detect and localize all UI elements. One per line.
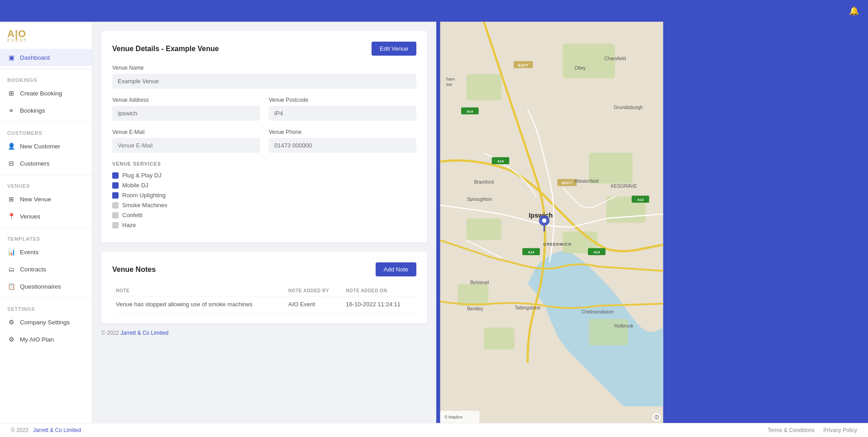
venue-details-title: Venue Details - Example Venue bbox=[112, 45, 219, 53]
service-name: Haze bbox=[122, 222, 136, 228]
svg-text:Belstead: Belstead bbox=[470, 280, 489, 285]
venue-name-input[interactable] bbox=[112, 74, 416, 89]
service-checkbox[interactable] bbox=[112, 192, 119, 199]
divider-venues bbox=[0, 175, 92, 175]
service-item: Haze bbox=[112, 222, 416, 228]
my-aio-plan-icon: ⚙ bbox=[7, 335, 15, 343]
section-label-customers: CUSTOMERS bbox=[0, 125, 92, 138]
questionnaires-icon: 📋 bbox=[7, 282, 15, 290]
footer-company[interactable]: Jarrett & Co Limited bbox=[120, 330, 168, 336]
venue-notes-title: Venue Notes bbox=[112, 266, 156, 274]
venue-address-group: Venue Address bbox=[112, 97, 260, 121]
svg-text:Westerfield: Westerfield bbox=[575, 178, 599, 184]
svg-text:ⓘ: ⓘ bbox=[654, 415, 659, 420]
service-name: Plug & Play DJ bbox=[122, 172, 162, 179]
edit-venue-button[interactable]: Edit Venue bbox=[372, 42, 416, 56]
venue-phone-group: Venue Phone bbox=[269, 129, 416, 153]
content-main: Venue Details - Example Venue Edit Venue… bbox=[92, 22, 436, 423]
table-row: Venue has stopped allowing use of smoke … bbox=[112, 296, 416, 313]
venue-email-input[interactable] bbox=[112, 138, 260, 153]
note-cell-added_on: 16-10-2022 11:24:11 bbox=[342, 296, 416, 313]
service-checkbox[interactable] bbox=[112, 212, 119, 218]
content-area: Venue Details - Example Venue Edit Venue… bbox=[92, 22, 868, 423]
sidebar-item-company-settings[interactable]: ⚙ Company Settings bbox=[0, 314, 92, 331]
venue-address-label: Venue Address bbox=[112, 97, 260, 103]
contracts-icon: 🗂 bbox=[7, 265, 15, 273]
svg-text:Bentley: Bentley bbox=[467, 306, 483, 311]
col-added-on: NOTE ADDED ON bbox=[342, 285, 416, 296]
footer-terms-link[interactable]: Terms & Conditions bbox=[768, 427, 815, 433]
service-checkbox[interactable] bbox=[112, 172, 119, 179]
service-item: Confetti bbox=[112, 212, 416, 218]
venue-email-group: Venue E-Mail bbox=[112, 129, 260, 153]
venue-contact-row: Venue E-Mail Venue Phone bbox=[112, 129, 416, 153]
sidebar-label-venues: Venues bbox=[20, 213, 40, 220]
svg-text:Sproughton: Sproughton bbox=[467, 196, 492, 202]
venue-phone-input[interactable] bbox=[269, 138, 416, 153]
services-label: VENUE SERVICES bbox=[112, 161, 416, 166]
add-note-button[interactable]: Add Note bbox=[376, 262, 416, 276]
divider-templates bbox=[0, 228, 92, 228]
svg-rect-6 bbox=[458, 284, 488, 306]
divider-settings bbox=[0, 298, 92, 298]
customers-icon: ⊟ bbox=[7, 159, 15, 167]
services-list: Plug & Play DJMobile DJRoom UplightingSm… bbox=[112, 172, 416, 228]
bell-icon[interactable]: 🔔 bbox=[849, 6, 859, 16]
service-name: Room Uplighting bbox=[122, 192, 166, 199]
footer-privacy-link[interactable]: Privacy Policy bbox=[823, 427, 857, 433]
sidebar-label-customers: Customers bbox=[20, 160, 49, 167]
footer-copyright: © 2022 bbox=[101, 330, 119, 336]
col-note: NOTE bbox=[112, 285, 285, 296]
notes-table: NOTE NOTE ADDED BY NOTE ADDED ON Venue h… bbox=[112, 285, 416, 313]
sidebar-label-new-customer: New Customer bbox=[20, 143, 60, 150]
topbar: 🔔 bbox=[0, 0, 868, 22]
map-svg: A14 A14 A14 A14 A12 B1077 B1077 Charsfie… bbox=[436, 22, 667, 423]
venue-name-label: Venue Name bbox=[112, 65, 416, 71]
map-area: A14 A14 A14 A14 A12 B1077 B1077 Charsfie… bbox=[436, 22, 667, 423]
col-added-by: NOTE ADDED BY bbox=[285, 285, 342, 296]
note-cell-note: Venue has stopped allowing use of smoke … bbox=[112, 296, 285, 313]
svg-text:Holbrook: Holbrook bbox=[614, 323, 634, 328]
service-checkbox[interactable] bbox=[112, 202, 119, 209]
logo-sub: EVENT bbox=[7, 38, 28, 43]
service-name: Confetti bbox=[122, 212, 143, 218]
venue-phone-label: Venue Phone bbox=[269, 129, 416, 135]
sidebar-item-my-aio-plan[interactable]: ⚙ My AIO Plan bbox=[0, 331, 92, 348]
sidebar-item-contracts[interactable]: 🗂 Contracts bbox=[0, 261, 92, 278]
section-label-venues: VENUES bbox=[0, 178, 92, 190]
sidebar-item-bookings[interactable]: ≡ Bookings bbox=[0, 102, 92, 119]
new-venue-icon: ⊞ bbox=[7, 195, 15, 203]
svg-rect-8 bbox=[484, 328, 515, 349]
main-layout: A|O EVENT ▣ Dashboard BOOKINGS ⊞ Create … bbox=[0, 22, 868, 423]
page-footer: © 2022 Jarrett & Co Limited Terms & Cond… bbox=[0, 423, 868, 437]
sidebar-item-new-customer[interactable]: 👤 New Customer bbox=[0, 138, 92, 155]
sidebar-label-new-venue: New Venue bbox=[20, 196, 51, 203]
sidebar-item-events[interactable]: 📊 Events bbox=[0, 243, 92, 261]
sidebar-item-create-booking[interactable]: ⊞ Create Booking bbox=[0, 85, 92, 102]
sidebar-item-dashboard[interactable]: ▣ Dashboard bbox=[0, 49, 92, 66]
venue-address-row: Venue Address Venue Postcode bbox=[112, 97, 416, 121]
sidebar-item-customers[interactable]: ⊟ Customers bbox=[0, 155, 92, 172]
svg-text:Chelmondiston: Chelmondiston bbox=[582, 309, 614, 314]
venue-postcode-input[interactable] bbox=[269, 106, 416, 121]
content-footer: © 2022 Jarrett & Co Limited bbox=[101, 328, 427, 336]
venue-address-input[interactable] bbox=[112, 106, 260, 121]
svg-text:ham: ham bbox=[446, 76, 455, 81]
divider-bookings bbox=[0, 69, 92, 69]
svg-rect-5 bbox=[467, 218, 501, 240]
service-checkbox[interactable] bbox=[112, 222, 119, 228]
venue-email-label: Venue E-Mail bbox=[112, 129, 260, 135]
sidebar-item-venues[interactable]: 📍 Venues bbox=[0, 208, 92, 225]
svg-text:A14: A14 bbox=[497, 159, 504, 163]
divider-customers bbox=[0, 122, 92, 122]
service-checkbox[interactable] bbox=[112, 182, 119, 189]
svg-text:B1077: B1077 bbox=[518, 63, 529, 67]
svg-text:A14: A14 bbox=[467, 109, 473, 114]
svg-text:Bramford: Bramford bbox=[474, 179, 494, 185]
sidebar-item-questionnaires[interactable]: 📋 Questionnaires bbox=[0, 278, 92, 295]
logo: A|O EVENT bbox=[0, 22, 92, 49]
svg-text:A14: A14 bbox=[528, 250, 535, 254]
sidebar-item-new-venue[interactable]: ⊞ New Venue bbox=[0, 190, 92, 208]
svg-text:A12: A12 bbox=[637, 198, 644, 202]
footer-company-link[interactable]: Jarrett & Co Limited bbox=[33, 427, 81, 433]
